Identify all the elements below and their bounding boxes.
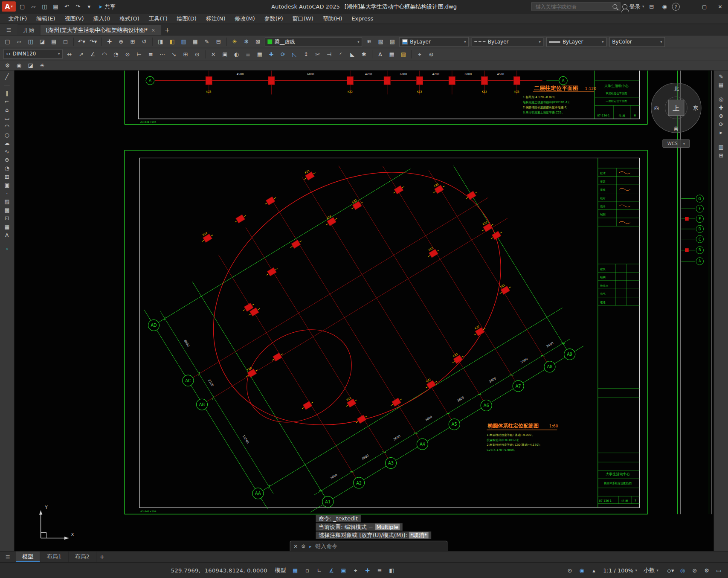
app-store-icon[interactable]: ⊟ (646, 2, 657, 11)
column-symbol[interactable] (392, 184, 406, 196)
close-button[interactable]: ✕ (713, 0, 727, 13)
dim-continue-icon[interactable]: ⋯ (157, 49, 168, 59)
menu-draw[interactable]: 绘图(D) (172, 14, 201, 24)
scale-icon[interactable]: ◺ (289, 49, 300, 59)
lineweight-select[interactable]: ByLayer▾ (546, 37, 606, 46)
isolate-objects-icon[interactable]: ⊘ (689, 566, 700, 575)
designcenter-icon[interactable]: ◧ (166, 37, 177, 46)
pan-hand-icon[interactable]: ✚ (716, 103, 727, 111)
zoom-previous-icon[interactable]: ↺ (139, 37, 150, 46)
column-symbol[interactable]: KZ2 (422, 376, 438, 391)
menu-parametric[interactable]: 参数(P) (260, 14, 288, 24)
quickcalc-icon[interactable]: ⊟ (213, 37, 224, 46)
dim-aligned-icon[interactable]: ↗ (75, 49, 87, 59)
command-input-bar[interactable]: ✕ ⚙ ▸ 键入命令 (290, 541, 448, 551)
showmotion-icon[interactable]: ▸ (716, 128, 727, 136)
redo-icon[interactable]: ↷ (73, 2, 84, 11)
dim-ordinate-icon[interactable]: ⊢ (133, 49, 145, 59)
selection-cycling-icon[interactable]: ⊙ (564, 566, 575, 575)
column-symbol[interactable] (384, 76, 390, 84)
hatch-tool-icon[interactable]: ▨ (1, 198, 12, 205)
view-compass[interactable]: 北南西东上 (651, 83, 701, 133)
render-preset-icon[interactable]: ◉ (14, 61, 25, 70)
match-properties-icon[interactable]: ≋ (363, 37, 374, 46)
mtext-tool-icon[interactable]: A (1, 231, 12, 238)
revcloud-tool-icon[interactable]: ☁ (1, 139, 12, 147)
tab-layout2[interactable]: 布局2 (69, 552, 97, 562)
column-symbol[interactable] (481, 76, 487, 84)
clean-screen-icon[interactable]: ▭ (713, 566, 724, 575)
tab-start[interactable]: 开始 (17, 25, 40, 35)
save-icon[interactable]: ◫ (39, 2, 50, 11)
arc-tool-icon[interactable]: ◠ (1, 122, 12, 130)
dim-linear-icon[interactable]: ↔ (64, 49, 75, 59)
gradient-tool-icon[interactable]: ▩ (1, 206, 12, 214)
array-icon[interactable]: ▦ (254, 49, 265, 59)
trim-icon[interactable]: ✂ (312, 49, 323, 59)
polar-icon[interactable]: ∡ (326, 566, 337, 575)
settings-gear-icon[interactable]: ⚙ (701, 566, 712, 575)
extend-icon[interactable]: ⊣ (324, 49, 335, 59)
dyn-input-icon[interactable]: ✚ (362, 566, 373, 575)
spline-tool-icon[interactable]: ∿ (1, 148, 12, 155)
markup-icon[interactable]: ✎ (201, 37, 212, 46)
erase-icon[interactable]: ✕ (208, 49, 219, 59)
menu-dimension[interactable]: 标注(N) (201, 14, 230, 24)
make-block-icon[interactable]: ▣ (1, 181, 12, 189)
column-symbol[interactable]: KZ1 (301, 167, 317, 182)
layer-freeze-icon[interactable]: ❄ (241, 37, 252, 46)
column-symbol[interactable] (301, 400, 315, 411)
tolerance-icon[interactable]: ⊞ (180, 49, 191, 59)
ellipse-tool-icon[interactable]: ⊖ (1, 156, 12, 163)
column-symbol[interactable]: KZ2 (471, 322, 487, 337)
move-icon[interactable]: ✚ (266, 49, 277, 59)
search-input[interactable] (535, 3, 611, 10)
explode-icon[interactable]: ✱ (358, 49, 369, 59)
menu-window[interactable]: 窗口(W) (288, 14, 318, 24)
ellipse-arc-tool-icon[interactable]: ◔ (1, 164, 12, 172)
minimize-button[interactable]: — (682, 0, 696, 13)
blocks-panel-icon[interactable]: ⊞ (716, 151, 727, 159)
annotation-autoscale-icon[interactable]: ▴ (588, 566, 599, 575)
tab-overview-icon[interactable]: ≡ (0, 24, 17, 35)
mline-tool-icon[interactable]: ‖ (1, 89, 12, 97)
help-icon[interactable]: ? (672, 3, 679, 10)
transparency-icon[interactable]: ◧ (386, 566, 397, 575)
column-symbol[interactable] (513, 76, 520, 84)
column-symbol[interactable]: KZ3 (449, 350, 465, 365)
column-symbol[interactable] (416, 76, 423, 84)
line-tool-icon[interactable]: ╱ (1, 73, 12, 80)
saveas-icon[interactable]: ◪ (37, 37, 48, 46)
column-symbol[interactable] (264, 195, 278, 206)
units-select[interactable]: 小数▾ (641, 566, 661, 574)
zoom-realtime-icon[interactable]: ⊕ (116, 37, 127, 46)
menu-tools[interactable]: 工具(T) (144, 14, 172, 24)
tool-palettes-icon[interactable]: ▥ (178, 37, 189, 46)
redo-icon[interactable]: ↷▾ (87, 37, 99, 46)
command-input-placeholder[interactable]: 键入命令 (315, 543, 337, 550)
menu-help[interactable]: 帮助(H) (318, 14, 347, 24)
column-symbol[interactable] (270, 351, 284, 363)
multileader-icon[interactable]: ↘ (168, 49, 180, 59)
plot-icon[interactable]: ▤ (48, 37, 59, 46)
edit-pencil-icon[interactable]: ✎ (716, 73, 727, 80)
column-symbol[interactable]: KZ2 (479, 218, 495, 233)
stretch-icon[interactable]: ↕ (301, 49, 312, 59)
otrack-icon[interactable]: ⌖ (350, 566, 361, 575)
share-button[interactable]: ➤共享 (99, 3, 116, 10)
rectangle-tool-icon[interactable]: ▭ (1, 114, 12, 122)
orbit-icon[interactable]: ⟳ (716, 120, 727, 128)
menu-modify[interactable]: 修改(M) (230, 14, 259, 24)
command-close-icon[interactable]: ✕ (293, 543, 298, 549)
app-logo[interactable]: A▾ (2, 1, 16, 12)
menu-edit[interactable]: 编辑(E) (32, 14, 60, 24)
props-panel-icon[interactable]: ▥ (716, 143, 727, 151)
nav-wheel-icon[interactable]: ◎ (716, 95, 727, 103)
osnap-icon[interactable]: ▣ (338, 566, 349, 575)
maximize-button[interactable]: ▢ (697, 0, 711, 13)
annotation-visibility-icon[interactable]: ◉ (576, 566, 587, 575)
material-browser-icon[interactable]: ◪ (25, 61, 36, 70)
hatch-icon[interactable]: ▨ (398, 49, 409, 59)
plot-icon[interactable]: ▤ (50, 2, 61, 11)
copy-icon[interactable]: ▣ (219, 49, 230, 59)
